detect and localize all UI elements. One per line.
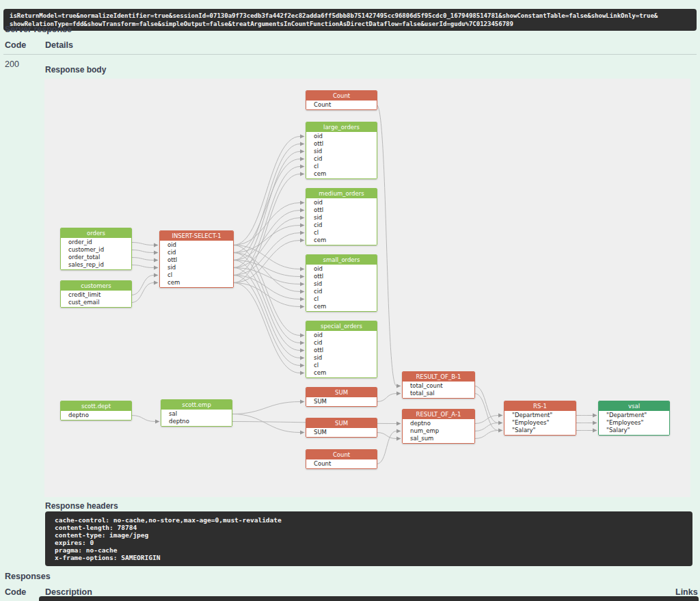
edge-arrow-icon (300, 135, 305, 139)
diagram-box-title: large_orders (306, 122, 377, 132)
diagram-box-title: small_orders (306, 255, 377, 265)
request-params-code-block: isReturnModel=true&normalizeIdentifier=t… (3, 9, 697, 31)
edge-arrow-icon (300, 224, 305, 228)
dataflow-edge (131, 250, 154, 253)
field-row: total_sal (403, 390, 474, 397)
edge-arrow-icon (300, 305, 305, 309)
edge-arrow-icon (396, 437, 401, 441)
edge-arrow-icon (300, 364, 305, 368)
dataflow-edge (233, 211, 300, 261)
dataflow-edge (233, 152, 300, 268)
field-row: cid (306, 339, 377, 347)
dataflow-edge (474, 394, 498, 431)
edge-arrow-icon (300, 231, 305, 235)
field-row: cem (306, 303, 377, 310)
diagram-box-title: customers (61, 281, 131, 291)
swagger-response-page: isReturnModel=true&normalizeIdentifier=t… (0, 0, 700, 601)
dataflow-edge (131, 416, 155, 422)
edge-arrow-icon (300, 282, 305, 286)
field-row: cust_email (61, 299, 131, 306)
edge-arrow-icon (300, 431, 305, 435)
server-response-title: Server response (5, 25, 72, 34)
field-row: sid (306, 354, 377, 362)
edge-arrow-icon (498, 414, 503, 418)
diagram-box-insert_select: INSERT-SELECT-1oidcidottlsidclcem (159, 230, 234, 288)
edge-arrow-icon (300, 371, 305, 375)
request-params-line1: isReturnModel=true&normalizeIdentifier=t… (10, 12, 690, 20)
field-row: cl (160, 271, 233, 279)
field-row: "Employees" (599, 419, 669, 427)
dataflow-edge (377, 433, 396, 439)
field-row: oid (306, 133, 377, 140)
dataflow-edge (377, 105, 396, 386)
field-row: credit_limit (61, 291, 131, 299)
responses-description-header: Description (45, 587, 92, 597)
edge-arrow-icon (300, 356, 305, 360)
field-row: sid (306, 280, 377, 288)
diagram-box-rows: oidottlsidcidclcem (306, 198, 377, 245)
edge-arrow-icon (300, 157, 305, 161)
dataflow-edge (131, 258, 154, 261)
edge-arrow-icon (300, 142, 305, 146)
edge-arrow-icon (300, 275, 305, 279)
edge-arrow-icon (300, 349, 305, 353)
diagram-box-rows: Count (306, 459, 377, 468)
header-line: expires: 0 (55, 539, 683, 546)
field-row: cem (306, 369, 377, 377)
edge-arrow-icon (154, 243, 159, 248)
edge-arrow-icon (396, 392, 401, 396)
field-row: oid (160, 241, 233, 249)
field-row: cem (160, 279, 233, 286)
edge-arrow-icon (300, 400, 305, 404)
edge-arrow-icon (593, 414, 597, 418)
responses-title: Responses (5, 572, 51, 581)
dataflow-edge (131, 243, 154, 245)
diagram-box-small_orders: small_ordersoidottlsidcidclcem (306, 254, 377, 312)
field-row: ottl (160, 256, 233, 264)
edge-arrow-icon (155, 420, 160, 424)
diagram-box-rows: SUM (306, 397, 377, 406)
field-row: oid (306, 265, 377, 273)
header-line: pragma: no-cache (55, 546, 683, 554)
diagram-box-rows: oidcidottlsidclcem (160, 241, 233, 287)
edge-arrow-icon (300, 239, 305, 243)
edge-arrow-icon (300, 334, 305, 338)
dataflow-edge (232, 402, 300, 414)
diagram-box-title: scott.emp (161, 400, 232, 410)
diagram-box-scott_dept: scott.deptdeptno (60, 401, 132, 420)
diagram-box-title: special_orders (306, 321, 377, 331)
dataflow-edge (233, 276, 300, 366)
diagram-box-rows: oidottlsidcidclcem (306, 265, 377, 311)
diagram-box-title: Count (306, 450, 377, 459)
diagram-box-large_orders: large_ordersoidottlsidcidclcem (306, 122, 377, 179)
response-headers-block: cache-control: no-cache,no-store,max-age… (45, 511, 692, 566)
diagram-box-title: RESULT_OF_B-1 (403, 372, 474, 382)
edge-arrow-icon (300, 172, 305, 176)
field-row: deptno (161, 418, 232, 425)
header-line: content-length: 78784 (55, 524, 683, 531)
field-row: ottl (306, 347, 377, 354)
response-body-label: Response body (45, 65, 106, 75)
response-description-block-edge (39, 596, 699, 601)
diagram-box-title: vsal (599, 401, 669, 411)
field-row: order_id (61, 239, 131, 246)
dataflow-edge (377, 431, 396, 464)
field-row: ottl (306, 206, 377, 214)
edge-arrow-icon (396, 429, 401, 433)
field-row: sales_rep_id (61, 261, 131, 269)
diagram-box-vsal: vsal"Department""Employees""Salary" (598, 401, 670, 436)
field-row: sal_sum (403, 435, 474, 442)
diagram-box-rows: oidcidottlsidclcem (306, 331, 377, 377)
diagram-box-sum_b: SUMSUM (306, 387, 377, 407)
header-line: content-type: image/jpeg (55, 531, 683, 539)
response-headers-label: Response headers (45, 501, 118, 511)
diagram-box-count_top: CountCount (306, 90, 377, 110)
edge-arrow-icon (154, 266, 159, 270)
diagram-box-rows: deptnonum_empsal_sum (403, 419, 474, 443)
diagram-box-title: orders (61, 228, 131, 238)
diagram-box-rows: order_idcustomer_idorder_totalsales_rep_… (61, 238, 131, 269)
dataflow-edge (233, 218, 300, 268)
diagram-box-title: Count (306, 91, 377, 101)
dataflow-edge (233, 167, 300, 276)
edge-arrow-icon (396, 384, 401, 388)
